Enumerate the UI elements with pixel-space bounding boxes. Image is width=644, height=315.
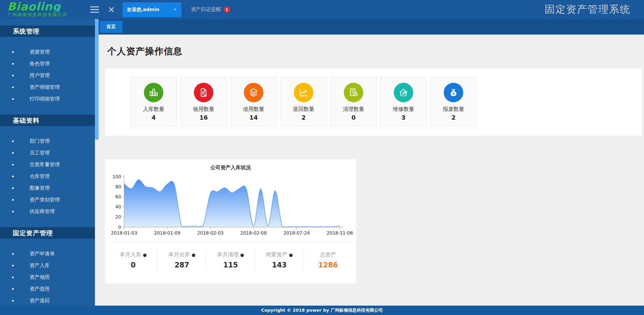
sidebar-nav: 系统管理 资源管理 角色管理 用户管理 资产明细管理 打印明细管理 基础资料 [0,19,95,306]
bullet-icon [12,265,14,266]
logo[interactable]: Biaoling 广州标领信息科技有限公司 [7,2,83,18]
summary-stat-本月出库: 本月出库● 287 [158,251,206,269]
summary-stat-label: 闲置资产 [266,251,287,258]
sidebar-item[interactable]: 部门管理 [0,135,95,147]
sidebar-section-title[interactable]: 固定资产管理 [0,227,95,239]
sidebar-section-title[interactable]: 基础资料 [0,115,95,126]
bullet-icon [12,300,14,302]
stat-card-value: 2 [451,114,456,121]
sidebar-item-label: 图像管理 [30,185,50,191]
summary-stat-value: 287 [158,261,206,269]
sidebar-item[interactable]: 角色管理 [0,58,95,70]
sidebar-item[interactable]: 资产明细管理 [0,81,95,93]
sidebar-item[interactable]: 资产类别管理 [0,194,95,206]
stat-card-value: 16 [199,114,208,121]
sidebar-item-label: 资产入库 [30,262,50,269]
welcome-label: 欢迎您,admin [127,7,159,13]
summary-stat-value: 115 [206,261,255,269]
stat-card-入库数量[interactable]: 入库数量 4 [130,77,177,126]
chart-area-series [124,180,340,227]
sidebar-item[interactable]: 资产退回 [0,295,95,306]
bullet-icon: ● [240,252,244,257]
stat-cards-panel: 入库数量 4 领用数量 16 借用数量 14 退回数量 2 清理数量 0 [105,68,642,136]
stat-card-借用数量[interactable]: 借用数量 14 [230,77,277,126]
sidebar-item-label: 资源管理 [30,49,50,55]
y-tick-label: 20 [115,214,121,219]
stat-card-维修数量[interactable]: 维修数量 3 [380,77,427,126]
y-tick-label: 60 [115,194,121,199]
y-tick-label: 80 [115,184,121,189]
reminder-label: 资产归还提醒 [191,6,221,13]
summary-stat-label: 本月清理 [217,251,238,258]
y-tick-label: 40 [115,204,121,209]
menu-icon[interactable] [90,6,99,13]
document-check-icon [194,83,213,102]
chart-panel: 公司资产入库状况 0204060801002018-01-032018-01-0… [105,159,356,284]
bullet-icon [12,51,14,53]
sidebar-item[interactable]: 仓库管理 [0,171,95,182]
sidebar-item[interactable]: 打印明细管理 [0,93,95,105]
caret-down-icon [173,9,177,11]
asset-return-reminder[interactable]: 资产归还提醒 1 [191,6,230,13]
sidebar-item-label: 资产明细管理 [30,84,60,90]
sidebar-item[interactable]: 交易常量管理 [0,159,95,171]
bullet-icon [12,75,14,76]
x-tick-label: 2018-01-03 [111,230,137,236]
sidebar-item-label: 资产领用 [30,274,50,280]
top-header: Biaoling 广州标领信息科技有限公司 ✕ 欢迎您,admin 资产归还提醒… [0,0,644,19]
bullet-icon [12,164,14,166]
sidebar-item[interactable]: 资产申请单 [0,248,95,260]
sidebar-item[interactable]: 图像管理 [0,182,95,194]
stat-card-value: 4 [152,114,156,121]
sidebar-item-label: 供应商管理 [30,208,55,215]
reminder-badge: 1 [224,6,230,13]
sidebar-item-label: 仓库管理 [30,173,50,180]
summary-stat-闲置资产: 闲置资产● 143 [255,251,304,269]
sidebar-item[interactable]: 资产领用 [0,271,95,283]
sidebar-section: 系统管理 资源管理 角色管理 用户管理 资产明细管理 打印明细管理 [0,25,95,105]
stat-card-value: 0 [352,114,356,121]
sidebar-item[interactable]: 员工管理 [0,147,95,159]
stat-card-领用数量[interactable]: 领用数量 16 [180,77,227,126]
footer: Copyright © 2018 power by 广州标领信息科技有限公司 [0,306,644,315]
bullet-icon [12,176,14,177]
sidebar-item[interactable]: 资产借用 [0,283,95,295]
summary-stat-value: 1286 [304,261,352,269]
layers-icon [244,83,263,102]
x-tick-label: 2018-07-24 [283,230,310,236]
welcome-admin-dropdown[interactable]: 欢迎您,admin [122,2,181,17]
stat-card-退回数量[interactable]: 退回数量 2 [280,77,327,126]
bullet-icon [12,63,14,65]
stat-card-label: 入库数量 [143,106,164,113]
summary-stat-总资产: 总资产 1286 [304,251,352,269]
bar-chart-icon [144,83,163,102]
bullet-icon [12,140,14,142]
sidebar-item[interactable]: 资源管理 [0,46,95,58]
summary-stat-本月清理: 本月清理● 115 [206,251,255,269]
summary-stat-value: 0 [109,261,157,269]
close-icon[interactable]: ✕ [108,5,115,14]
document-clock-icon [344,83,363,102]
stat-card-报废数量[interactable]: 报废数量 2 [430,77,477,126]
sidebar-item[interactable]: 供应商管理 [0,206,95,217]
copyright-text: Copyright © 2018 power by 广州标领信息科技有限公司 [261,307,383,313]
bullet-icon [12,187,14,189]
stat-card-清理数量[interactable]: 清理数量 0 [330,77,377,126]
summary-stat-label: 本月出库 [168,251,190,258]
sidebar-item[interactable]: 资产入库 [0,260,95,271]
tab-home[interactable]: 首页 [100,21,122,33]
sidebar-scrollbar[interactable] [95,19,99,140]
stat-card-label: 借用数量 [243,106,264,113]
sidebar-item-label: 资产类别管理 [30,197,60,203]
stat-card-label: 报废数量 [443,106,464,113]
bullet-icon [12,86,14,88]
chart-title: 公司资产入库状况 [105,159,356,171]
bullet-icon [12,211,14,212]
bullet-icon [12,98,14,100]
sidebar-item[interactable]: 用户管理 [0,70,95,81]
app-window: Biaoling 广州标领信息科技有限公司 ✕ 欢迎您,admin 资产归还提醒… [0,0,644,315]
sidebar-item-label: 资产申请单 [30,251,55,257]
sidebar-section-title[interactable]: 系统管理 [0,25,95,37]
sidebar-section: 基础资料 部门管理 员工管理 交易常量管理 仓库管理 图像管理 资产类别管理 [0,115,95,217]
asset-inbound-area-chart: 0204060801002018-01-032018-01-092018-02-… [105,172,356,240]
